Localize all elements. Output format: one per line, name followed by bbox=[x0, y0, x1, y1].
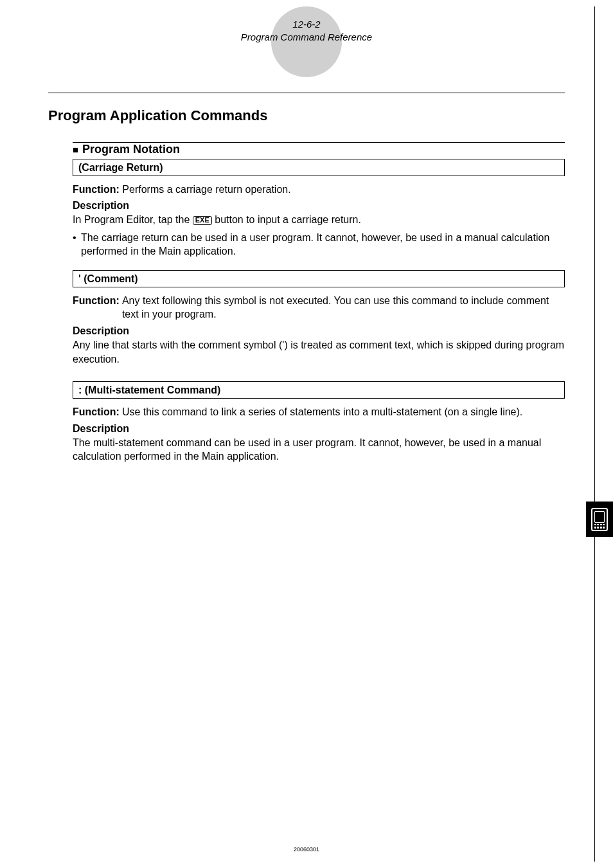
desc-text-1b: button to input a carriage return. bbox=[212, 214, 361, 225]
main-content: Program Application Commands ■Program No… bbox=[0, 93, 613, 464]
section-heading-text: Program Notation bbox=[82, 143, 180, 156]
cmd1-desc-line1: In Program Editor, tap the EXE button to… bbox=[73, 213, 565, 227]
header-text-block: 12-6-2 Program Command Reference bbox=[0, 18, 613, 44]
section-heading: ■Program Notation bbox=[73, 143, 565, 156]
cmd2-desc-text: Any line that starts with the comment sy… bbox=[73, 338, 565, 366]
bullet-dot-icon: • bbox=[73, 231, 81, 258]
cmd1-bullet: • The carriage return can be used in a u… bbox=[73, 231, 565, 258]
footer-date: 20060301 bbox=[0, 846, 613, 853]
sub-block: ■Program Notation (Carriage Return) Func… bbox=[48, 142, 565, 464]
page-ref: 12-6-2 bbox=[0, 18, 613, 31]
header-title: Program Command Reference bbox=[0, 31, 613, 44]
bullet-text: The carriage return can be used in a use… bbox=[81, 231, 565, 258]
description-label: Description bbox=[73, 423, 565, 435]
function-label: Function: bbox=[73, 405, 120, 419]
function-label: Function: bbox=[73, 184, 120, 195]
main-heading: Program Application Commands bbox=[48, 107, 565, 124]
page-header: 12-6-2 Program Command Reference bbox=[0, 0, 613, 44]
function-label: Function: bbox=[73, 294, 120, 321]
description-label: Description bbox=[73, 200, 565, 212]
top-rule bbox=[48, 93, 565, 93]
function-text: Use this command to link a series of sta… bbox=[122, 405, 522, 419]
desc-text-1a: In Program Editor, tap the bbox=[73, 214, 193, 225]
cmd3-function: Function: Use this command to link a ser… bbox=[73, 405, 565, 419]
calculator-keys-icon bbox=[592, 523, 607, 530]
command-box-comment: ' (Comment) bbox=[73, 270, 565, 287]
command-box-multi-statement: : (Multi-statement Command) bbox=[73, 381, 565, 399]
function-text: Performs a carriage return operation. bbox=[120, 184, 291, 195]
cmd1-function: Function: Performs a carriage return ope… bbox=[73, 183, 565, 197]
right-page-border bbox=[594, 6, 595, 862]
cmd3-desc-text: The multi-statement command can be used … bbox=[73, 436, 565, 464]
calculator-screen-icon bbox=[594, 511, 605, 523]
calculator-icon bbox=[591, 508, 608, 531]
side-tab bbox=[586, 502, 613, 537]
cmd2-function: Function: Any text following this symbol… bbox=[73, 294, 565, 321]
function-text: Any text following this symbol is not ex… bbox=[122, 294, 565, 321]
exe-button-icon: EXE bbox=[193, 216, 212, 225]
command-box-carriage-return: (Carriage Return) bbox=[73, 159, 565, 176]
description-label: Description bbox=[73, 325, 565, 337]
square-bullet-icon: ■ bbox=[73, 144, 78, 155]
